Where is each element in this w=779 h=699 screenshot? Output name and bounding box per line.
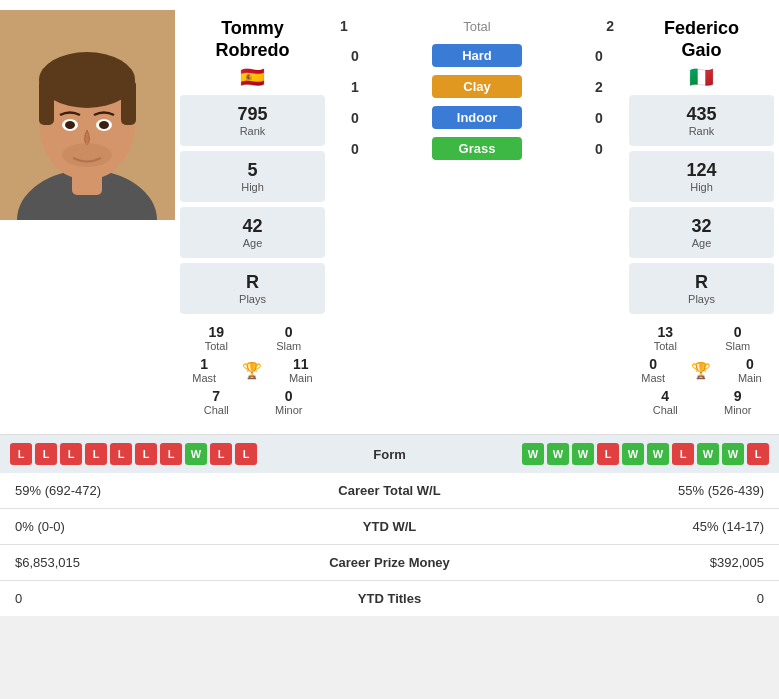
right-chall-value: 4 (629, 388, 702, 404)
right-rank-box: 435 Rank (629, 95, 774, 146)
right-rank-value: 435 (636, 104, 767, 125)
left-slam-label: Slam (253, 340, 326, 352)
form-section: LLLLLLLWLL Form WWWLWWLWWL (0, 434, 779, 473)
right-form-badge-5: W (647, 443, 669, 465)
right-rank-label: Rank (636, 125, 767, 137)
right-form-badge-4: W (622, 443, 644, 465)
indoor-row: 0 Indoor 0 (340, 106, 614, 129)
grass-row: 0 Grass 0 (340, 137, 614, 160)
left-player-stats: Tommy Robredo 🇪🇸 795 Rank 5 High 42 (175, 10, 330, 424)
right-form-badge-1: W (547, 443, 569, 465)
career-stats-row-2: $6,853,015 Career Prize Money $392,005 (0, 545, 779, 581)
right-form-badge-9: L (747, 443, 769, 465)
hard-right-score: 0 (584, 48, 614, 64)
right-total-value: 13 (629, 324, 702, 340)
right-chall-label: Chall (629, 404, 702, 416)
grass-badge: Grass (432, 137, 522, 160)
career-center-label-0: Career Total W/L (290, 483, 490, 498)
career-left-val-1: 0% (0-0) (15, 519, 290, 534)
career-right-val-3: 0 (490, 591, 765, 606)
main-container: Tommy Robredo 🇪🇸 795 Rank 5 High 42 (0, 0, 779, 616)
left-main-value: 11 (277, 356, 325, 372)
left-age-label: Age (187, 237, 318, 249)
left-form-badge-2: L (60, 443, 82, 465)
left-chall-value: 7 (180, 388, 253, 404)
left-player-flag: 🇪🇸 (240, 65, 265, 89)
right-plays-box: R Plays (629, 263, 774, 314)
left-form-badges: LLLLLLLWLL (10, 443, 330, 465)
right-trophy-icon: 🏆 (691, 361, 711, 380)
left-form-badge-7: W (185, 443, 207, 465)
right-form-badges: WWWLWWLWWL (450, 443, 770, 465)
right-chall-minor-row: 4 Chall 9 Minor (629, 388, 774, 416)
total-left-score: 1 (340, 18, 348, 34)
hard-badge: Hard (432, 44, 522, 67)
career-stats-table: 59% (692-472) Career Total W/L 55% (526-… (0, 473, 779, 616)
right-age-label: Age (636, 237, 767, 249)
right-form-badge-0: W (522, 443, 544, 465)
right-main-label: Main (726, 372, 774, 384)
career-right-val-1: 45% (14-17) (490, 519, 765, 534)
career-center-label-2: Career Prize Money (290, 555, 490, 570)
indoor-left-score: 0 (340, 110, 370, 126)
career-left-val-3: 0 (15, 591, 290, 606)
left-form-badge-5: L (135, 443, 157, 465)
career-left-val-2: $6,853,015 (15, 555, 290, 570)
left-total-value: 19 (180, 324, 253, 340)
left-total-slam-row: 19 Total 0 Slam (180, 324, 325, 352)
career-center-label-1: YTD W/L (290, 519, 490, 534)
right-player-name: Federico Gaio (664, 18, 739, 61)
clay-badge: Clay (432, 75, 522, 98)
right-high-label: High (636, 181, 767, 193)
hard-row: 0 Hard 0 (340, 44, 614, 67)
left-total-label: Total (180, 340, 253, 352)
left-form-badge-1: L (35, 443, 57, 465)
left-age-box: 42 Age (180, 207, 325, 258)
right-minor-label: Minor (702, 404, 775, 416)
svg-point-10 (99, 121, 109, 129)
right-form-badge-7: W (697, 443, 719, 465)
right-player-stats: Federico Gaio 🇮🇹 435 Rank 124 High 32 (624, 10, 779, 424)
right-form-badge-6: L (672, 443, 694, 465)
career-left-val-0: 59% (692-472) (15, 483, 290, 498)
left-form-badge-3: L (85, 443, 107, 465)
clay-row: 1 Clay 2 (340, 75, 614, 98)
svg-rect-6 (121, 80, 136, 125)
svg-point-11 (62, 143, 112, 167)
right-high-box: 124 High (629, 151, 774, 202)
right-total-slam-row: 13 Total 0 Slam (629, 324, 774, 352)
total-row: 1 Total 2 (340, 18, 614, 34)
right-high-value: 124 (636, 160, 767, 181)
comparison-top: Tommy Robredo 🇪🇸 795 Rank 5 High 42 (0, 0, 779, 434)
left-form-badge-6: L (160, 443, 182, 465)
left-chall-minor-row: 7 Chall 0 Minor (180, 388, 325, 416)
right-total-label: Total (629, 340, 702, 352)
left-minor-label: Minor (253, 404, 326, 416)
left-mast-value: 1 (180, 356, 228, 372)
right-slam-label: Slam (702, 340, 775, 352)
right-form-badge-3: L (597, 443, 619, 465)
left-player-name: Tommy Robredo (216, 18, 290, 61)
right-mast-value: 0 (629, 356, 677, 372)
right-main-value: 0 (726, 356, 774, 372)
right-mast-main-row: 0 Mast 🏆 0 Main (629, 356, 774, 384)
left-form-badge-0: L (10, 443, 32, 465)
career-right-val-0: 55% (526-439) (490, 483, 765, 498)
clay-right-score: 2 (584, 79, 614, 95)
career-stats-row-0: 59% (692-472) Career Total W/L 55% (526-… (0, 473, 779, 509)
left-high-box: 5 High (180, 151, 325, 202)
left-mast-label: Mast (180, 372, 228, 384)
left-rank-label: Rank (187, 125, 318, 137)
left-form-badge-4: L (110, 443, 132, 465)
left-plays-box: R Plays (180, 263, 325, 314)
form-label: Form (330, 447, 450, 462)
clay-left-score: 1 (340, 79, 370, 95)
indoor-right-score: 0 (584, 110, 614, 126)
left-age-value: 42 (187, 216, 318, 237)
right-slam-value: 0 (702, 324, 775, 340)
left-player-photo (0, 10, 175, 220)
left-rank-value: 795 (187, 104, 318, 125)
left-trophy-icon: 🏆 (242, 361, 262, 380)
right-minor-value: 9 (702, 388, 775, 404)
left-high-label: High (187, 181, 318, 193)
